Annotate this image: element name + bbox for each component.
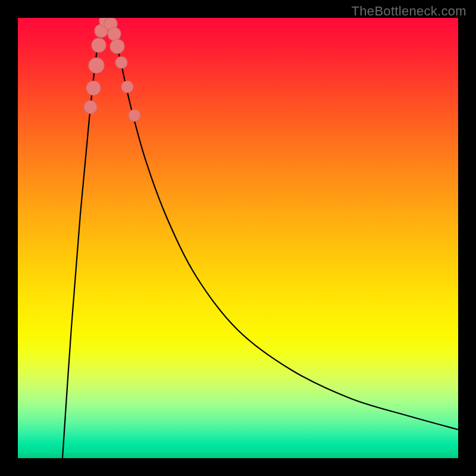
chart-frame: TheBottleneck.com — [0, 0, 476, 476]
dots-group — [84, 18, 140, 121]
data-dot — [129, 109, 140, 121]
data-dot — [86, 81, 101, 95]
data-dot — [121, 81, 133, 93]
data-dot — [115, 57, 127, 68]
curve-b — [109, 18, 458, 430]
data-dot — [84, 101, 97, 114]
data-dot — [110, 39, 124, 54]
data-dot — [108, 27, 121, 40]
plot-area — [18, 18, 458, 458]
curve-layer — [18, 18, 458, 458]
curve-a — [62, 18, 109, 458]
watermark-text: TheBottleneck.com — [352, 4, 466, 19]
data-dot — [92, 38, 106, 52]
data-dot — [89, 58, 104, 73]
